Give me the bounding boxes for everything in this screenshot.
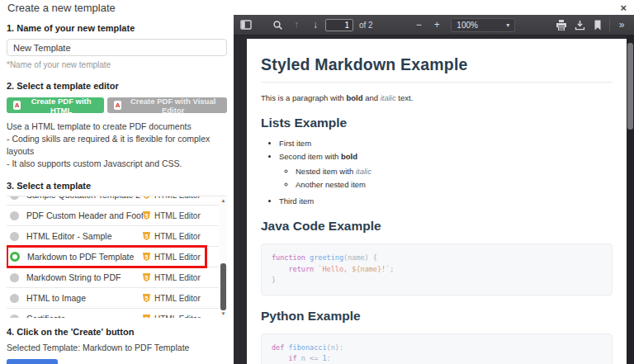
create-pdf-html-label: Create PDF with HTML xyxy=(25,97,97,115)
editor-tag: 5HTML Editor xyxy=(143,211,215,220)
template-row[interactable]: HTML to Image5HTML Editor xyxy=(7,288,219,309)
doc-title: Styled Markdown Example xyxy=(261,55,613,83)
text: Another nested item xyxy=(296,180,366,189)
pdf-toolbar: ↑ ↓ of 2 − + 100% ▾ xyxy=(234,15,634,35)
code-line: def fibonacci(n): xyxy=(272,343,602,354)
template-row[interactable]: Markdown String to PDF5HTML Editor xyxy=(7,267,219,288)
template-name-input[interactable] xyxy=(7,39,227,56)
close-icon[interactable]: × xyxy=(620,2,627,13)
text: Second item with xyxy=(279,152,341,161)
scroll-up-icon[interactable]: ▲ xyxy=(221,197,226,205)
doc-java-heading: Java Code Example xyxy=(261,219,613,234)
template-row[interactable]: Markdown to PDF Template5HTML Editor xyxy=(7,247,219,267)
editor-tag: 5HTML Editor xyxy=(143,314,215,319)
radio-button[interactable] xyxy=(10,252,20,262)
download-icon[interactable] xyxy=(570,17,589,33)
template-list-scrollbar[interactable]: ▲ ▼ xyxy=(220,197,227,318)
zoom-in-icon[interactable]: + xyxy=(428,17,446,33)
zoom-level-value: 100% xyxy=(457,21,478,30)
editor-description: Use a HTML template to create PDF docume… xyxy=(7,121,227,170)
template-row[interactable]: PDF Custom Header and Footer5HTML Editor xyxy=(7,206,219,226)
template-list: Sample Quotation Template 25HTML EditorP… xyxy=(7,196,227,318)
list-item: Third item xyxy=(279,196,613,206)
template-name-helper: *Name of your new template xyxy=(7,60,227,69)
editor-buttons: A Create PDF with HTML A Create PDF with… xyxy=(7,97,227,113)
html5-icon: 5 xyxy=(143,294,150,302)
create-template-modal: Create a new template × 1. Name of your … xyxy=(0,0,634,364)
doc-intro-paragraph: This is a paragraph with bold and italic… xyxy=(261,93,613,102)
template-name: Sample Quotation Template 2 xyxy=(26,196,143,200)
italic-text: italic xyxy=(356,167,371,176)
create-pdf-visual-button[interactable]: A Create PDF with Visual Editor xyxy=(107,97,227,113)
modal-header: Create a new template × xyxy=(0,0,634,15)
text: and xyxy=(363,93,381,102)
radio-button[interactable] xyxy=(10,314,19,319)
previous-page-icon[interactable]: ↑ xyxy=(287,17,305,33)
step3-heading: 3. Select a template xyxy=(7,181,227,191)
editor-label: HTML Editor xyxy=(154,232,201,241)
radio-button[interactable] xyxy=(10,294,19,303)
radio-button[interactable] xyxy=(10,273,19,282)
step4-heading: 4. Click on the 'Create' button xyxy=(7,327,227,337)
template-name: Markdown to PDF Template xyxy=(27,252,143,262)
scrollbar-thumb[interactable] xyxy=(627,43,633,130)
template-row[interactable]: Sample Quotation Template 25HTML Editor xyxy=(7,196,219,206)
text: This is a paragraph with xyxy=(261,93,347,102)
editor-description-line: Use a HTML template to create PDF docume… xyxy=(7,121,227,133)
pdf-viewer: ↑ ↓ of 2 − + 100% ▾ xyxy=(234,15,634,364)
create-pdf-html-button[interactable]: A Create PDF with HTML xyxy=(7,97,104,113)
list-item: Second item with boldNested item with it… xyxy=(279,152,613,189)
pdf-file-icon: A xyxy=(114,101,121,110)
next-page-icon[interactable]: ↓ xyxy=(306,17,324,33)
template-row[interactable]: Certificate5HTML Editor xyxy=(7,309,219,318)
editor-label: HTML Editor xyxy=(154,294,201,303)
radio-button[interactable] xyxy=(10,232,19,241)
create-button[interactable]: + Create xyxy=(7,359,58,364)
bookmark-icon[interactable] xyxy=(589,17,607,33)
pdf-scrollbar[interactable] xyxy=(627,35,634,364)
html5-icon: 5 xyxy=(143,273,150,281)
template-row[interactable]: HTML Editor - Sample5HTML Editor xyxy=(7,226,219,247)
create-pdf-visual-label: Create PDF with Visual Editor xyxy=(125,97,220,115)
nested-list: Nested item with italicAnother nested it… xyxy=(279,167,613,189)
selected-template-text: Selected Template: Markdown to PDF Templ… xyxy=(7,343,227,352)
list-item: First item xyxy=(279,139,613,148)
zoom-level-select[interactable]: 100% ▾ xyxy=(451,18,515,32)
template-name: Markdown String to PDF xyxy=(26,272,143,282)
chevron-down-icon: ▾ xyxy=(506,21,509,29)
radio-button[interactable] xyxy=(10,211,19,220)
radio-button[interactable] xyxy=(10,196,19,200)
code-line: } xyxy=(272,275,602,286)
sidebar-toggle-icon[interactable] xyxy=(237,17,255,33)
more-tools-icon[interactable]: » xyxy=(613,17,631,33)
text: First item xyxy=(279,139,311,148)
editor-tag: 5HTML Editor xyxy=(143,294,215,303)
text: text. xyxy=(396,93,414,102)
html5-icon: 5 xyxy=(143,232,150,240)
editor-tag: 5HTML Editor xyxy=(143,253,215,262)
template-name: PDF Custom Header and Footer xyxy=(26,210,143,220)
text: Nested item with xyxy=(296,167,356,176)
html5-icon: 5 xyxy=(143,314,150,318)
editor-tag: 5HTML Editor xyxy=(143,196,215,200)
modal-title: Create a new template xyxy=(7,2,116,14)
list-item: Nested item with italic xyxy=(296,167,613,176)
text: Third item xyxy=(279,196,314,206)
doc-bullet-list: First itemSecond item with boldNested it… xyxy=(261,139,613,206)
print-icon[interactable] xyxy=(552,17,570,33)
pdf-viewport[interactable]: Styled Markdown Example This is a paragr… xyxy=(234,35,634,364)
scroll-down-icon[interactable]: ▼ xyxy=(221,310,226,318)
doc-python-heading: Python Example xyxy=(261,309,613,324)
step1-heading: 1. Name of your new template xyxy=(7,23,227,33)
bold-text: bold xyxy=(341,152,357,161)
html5-icon: 5 xyxy=(143,196,150,199)
template-name: HTML Editor - Sample xyxy=(26,231,143,241)
scrollbar-thumb[interactable] xyxy=(220,263,226,310)
template-name: HTML to Image xyxy=(26,293,143,303)
zoom-out-icon[interactable]: − xyxy=(409,17,428,33)
editor-label: HTML Editor xyxy=(154,211,201,220)
editor-label: HTML Editor xyxy=(154,196,201,200)
page-number-input[interactable] xyxy=(325,19,353,31)
step2-heading: 2. Select a template editor xyxy=(7,81,227,91)
search-icon[interactable] xyxy=(268,17,286,33)
